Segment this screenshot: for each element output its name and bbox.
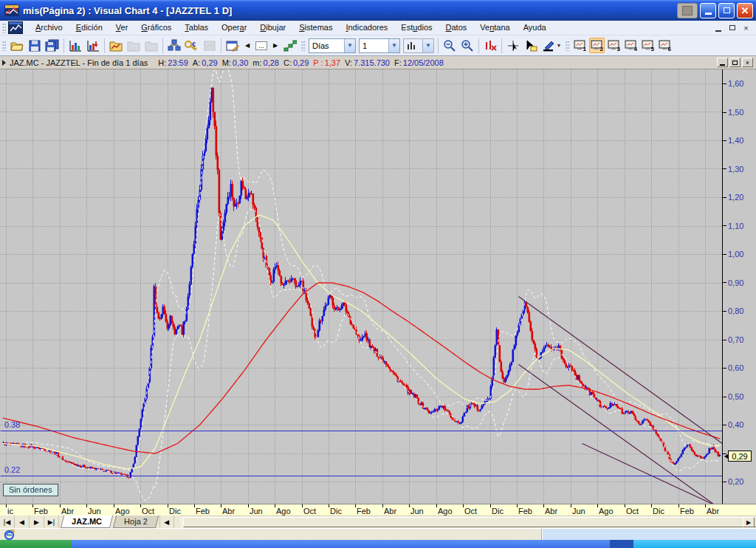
child-minimize-button[interactable]: [712, 23, 724, 33]
menu-ver[interactable]: Ver: [109, 21, 135, 34]
taskbar-strip[interactable]: [0, 540, 756, 548]
month-tick: [597, 504, 598, 507]
next-sheet-button[interactable]: ▶: [30, 516, 44, 528]
menu-window-buttons: ×: [709, 23, 752, 33]
menu-sistemas[interactable]: Sistemas: [292, 21, 339, 34]
scroll-right-button[interactable]: ▶: [743, 517, 755, 527]
horizontal-scrollbar[interactable]: ▶: [180, 516, 756, 528]
toolbar-grip-3[interactable]: [566, 41, 569, 51]
new-chart-button[interactable]: [66, 37, 84, 55]
tab-scroll-left-button[interactable]: ◀: [159, 516, 174, 528]
zoom-in-button[interactable]: [458, 37, 476, 55]
price-chart-canvas[interactable]: [0, 69, 722, 504]
bars-input[interactable]: 1 ▼: [359, 38, 400, 53]
internet-explorer-icon: [4, 530, 15, 540]
menu-ventana[interactable]: Ventana: [473, 21, 516, 34]
chart-close-button[interactable]: ×: [742, 58, 753, 67]
extra-square-icon: [682, 6, 693, 16]
restore-button[interactable]: [718, 3, 735, 18]
menu-operar[interactable]: Operar: [215, 21, 253, 34]
play-arrow-icon[interactable]: [2, 60, 6, 66]
toolbar-grip-2[interactable]: [301, 41, 305, 51]
month-label: Jun: [88, 507, 101, 516]
month-label: Dic: [492, 507, 504, 516]
org-tree-icon: [168, 39, 181, 52]
start-button-edge[interactable]: [0, 540, 72, 548]
price-axis[interactable]: 0,200,300,400,500,600,700,800,901,001,10…: [722, 69, 756, 504]
menu-dibujar[interactable]: Dibujar: [253, 21, 292, 34]
price-tick: [723, 282, 726, 283]
properties-button[interactable]: [224, 37, 241, 55]
screen-button-6[interactable]: 6: [657, 38, 673, 53]
crosshair-button[interactable]: [504, 37, 522, 55]
restore-icon: [729, 25, 735, 30]
scrollbar-thumb[interactable]: [183, 517, 756, 527]
close-icon: ×: [746, 59, 749, 66]
screen-button-5[interactable]: 5: [640, 38, 656, 53]
compress-left-button[interactable]: ◀: [241, 37, 253, 55]
key-euro-icon: €: [185, 40, 199, 52]
price-tick-label: 1,00: [728, 250, 743, 258]
save-all-button[interactable]: [44, 37, 61, 55]
child-restore-button[interactable]: [726, 23, 738, 33]
chart-area[interactable]: 0.38 0.22 Sin órdenes 0,200,300,400,500,…: [0, 69, 756, 504]
month-label: Jun: [410, 507, 424, 516]
minimize-icon: [715, 30, 721, 32]
taskbar-right-segment[interactable]: [633, 540, 756, 548]
screen-button-4[interactable]: 4: [623, 38, 639, 53]
compress-right-button[interactable]: ▶: [269, 37, 281, 55]
screen-number: 3: [617, 46, 620, 52]
key-euro-button[interactable]: €: [183, 37, 201, 55]
price-tick-label: 0,40: [728, 420, 743, 429]
menu-indicadores[interactable]: Indicadores: [339, 21, 394, 34]
month-label: Feb: [196, 507, 210, 516]
screen-button-3[interactable]: 3: [606, 38, 622, 53]
status-right-panel: [543, 529, 756, 540]
tab-hoja-2[interactable]: Hoja 2: [113, 516, 159, 528]
menu-graficos[interactable]: Gráficos: [134, 21, 178, 34]
open-button[interactable]: [8, 37, 26, 55]
pen-button[interactable]: ▼: [540, 37, 563, 55]
compress-value-button[interactable]: ...: [253, 37, 269, 55]
chevron-down-icon: ▼: [557, 43, 562, 48]
disabled-chart-button-1: [125, 37, 142, 55]
save-button[interactable]: [26, 37, 44, 55]
first-sheet-button[interactable]: |◀: [0, 516, 15, 528]
last-sheet-button[interactable]: ▶|: [44, 516, 59, 528]
folder-chart-button[interactable]: [107, 37, 125, 55]
menu-ayuda[interactable]: Ayuda: [517, 21, 553, 34]
zoom-out-button[interactable]: [441, 37, 458, 55]
menu-archivo[interactable]: Archivo: [29, 21, 69, 34]
menubar-grip[interactable]: [2, 23, 6, 33]
network-button[interactable]: [165, 37, 183, 55]
style-select[interactable]: ▼: [403, 38, 434, 53]
chart-import-button[interactable]: [84, 37, 102, 55]
minimize-button[interactable]: [700, 3, 716, 18]
menu-edicion[interactable]: Edición: [69, 21, 109, 34]
prev-sheet-button[interactable]: ◀: [15, 516, 30, 528]
screen-button-1[interactable]: 1: [572, 38, 588, 53]
period-select[interactable]: Días ▼: [309, 38, 356, 53]
month-tick: [625, 504, 625, 507]
price-tick: [723, 368, 726, 369]
pointer-note-button[interactable]: [522, 37, 540, 55]
screen-button-2[interactable]: 2: [589, 38, 605, 53]
chart-minimize-button[interactable]: [717, 58, 728, 67]
month-tick: [543, 504, 544, 507]
titlebar-extra-button[interactable]: [677, 3, 698, 18]
price-tick: [723, 311, 726, 312]
disabled-chart-button-2: [142, 37, 160, 55]
nodes-button[interactable]: [281, 37, 299, 55]
time-axis[interactable]: icFebAbrJunAgoOctDicFebAbrJunAgoOctDicFe…: [0, 504, 756, 516]
toolbar-grip-1[interactable]: [2, 41, 6, 51]
chart-maximize-button[interactable]: [729, 58, 740, 67]
tab-jaz-mc[interactable]: JAZ.MC: [61, 516, 113, 528]
menu-estudios[interactable]: Estudios: [394, 21, 439, 34]
menu-datos[interactable]: Datos: [439, 21, 474, 34]
month-tick: [275, 504, 275, 507]
close-button[interactable]: ✕: [737, 3, 753, 18]
delete-bars-button[interactable]: [481, 37, 499, 55]
taskbar-left-segment[interactable]: [72, 540, 610, 548]
menu-tablas[interactable]: Tablas: [178, 21, 215, 34]
child-close-button[interactable]: ×: [740, 23, 752, 33]
